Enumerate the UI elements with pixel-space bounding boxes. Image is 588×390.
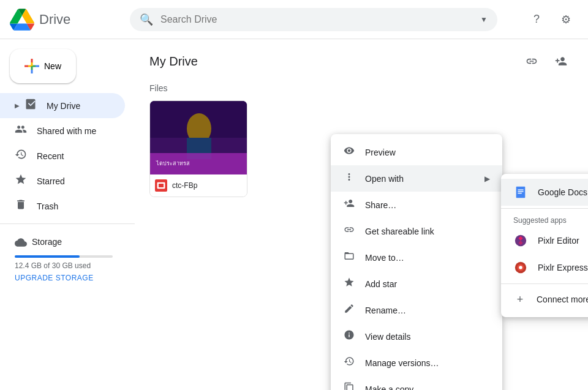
context-menu-preview[interactable]: Preview xyxy=(331,139,502,165)
search-bar[interactable]: 🔍 ▼ xyxy=(130,8,497,31)
sidebar-item-label: My Drive xyxy=(47,101,80,111)
submenu-connect-apps[interactable]: + Connect more apps xyxy=(501,287,588,312)
context-menu-open-with[interactable]: Open with ▶ xyxy=(331,165,502,192)
preview-icon xyxy=(343,145,355,159)
submenu-pixlr-editor[interactable]: Pixlr Editor xyxy=(501,227,588,254)
starred-icon xyxy=(15,173,27,189)
app-title: Drive xyxy=(39,12,70,28)
sidebar-item-recent[interactable]: Recent xyxy=(0,143,125,168)
search-icon: 🔍 xyxy=(140,13,153,26)
pixlr-editor-icon xyxy=(513,233,528,248)
sidebar-item-label: Recent xyxy=(37,151,64,161)
submenu-divider-2 xyxy=(501,283,588,284)
new-plus-icon xyxy=(24,59,39,73)
sidebar-item-label: Shared with me xyxy=(37,126,96,136)
context-menu-preview-label: Preview xyxy=(365,148,396,157)
move-to-icon xyxy=(343,250,355,264)
sidebar: New ▶ My Drive Shared with me Recen xyxy=(0,39,135,390)
storage-section: Storage 12.4 GB of 30 GB used UPGRADE ST… xyxy=(0,229,135,290)
svg-point-13 xyxy=(519,266,522,269)
context-menu-view-details[interactable]: View details xyxy=(331,323,502,350)
pixlr-express-icon xyxy=(513,260,528,275)
file-thumbnail: ไดประสาทรส xyxy=(150,101,247,174)
context-menu-share[interactable]: Share… xyxy=(331,192,502,218)
sidebar-divider xyxy=(0,223,135,224)
content-area: My Drive Files xyxy=(135,39,588,390)
context-menu-copy-label: Make a copy xyxy=(365,384,413,391)
svg-rect-9 xyxy=(518,193,521,193)
context-menu-link-label: Get shareable link xyxy=(365,227,434,236)
storage-cloud-icon xyxy=(15,236,27,252)
context-menu-manage-versions[interactable]: Manage versions… xyxy=(331,350,502,376)
rename-icon xyxy=(343,303,355,317)
recent-icon xyxy=(15,148,27,163)
search-input[interactable] xyxy=(160,14,473,25)
submenu-google-docs[interactable]: Google Docs xyxy=(501,179,588,206)
drive-logo-icon xyxy=(10,7,34,32)
sidebar-item-label: Trash xyxy=(37,201,58,211)
context-menu-shareable-link[interactable]: Get shareable link xyxy=(331,218,502,244)
trash-icon xyxy=(15,198,27,214)
context-menu-versions-label: Manage versions… xyxy=(365,358,439,368)
connect-apps-label: Connect more apps xyxy=(537,294,588,304)
google-docs-icon xyxy=(513,185,528,200)
context-menu-share-label: Share… xyxy=(365,200,396,210)
context-menu-make-copy[interactable]: Make a copy xyxy=(331,376,502,390)
add-person-button[interactable] xyxy=(549,49,573,73)
open-with-icon xyxy=(343,171,355,186)
context-menu-move-to[interactable]: Move to… xyxy=(331,244,502,271)
file-info: ctc-FBp xyxy=(150,174,247,197)
pixlr-editor-label: Pixlr Editor xyxy=(538,236,579,246)
share-link-button[interactable] xyxy=(519,49,544,73)
file-card[interactable]: ไดประสาทรส ctc-FBp xyxy=(149,100,247,197)
search-dropdown-icon[interactable]: ▼ xyxy=(480,15,488,24)
sidebar-item-starred[interactable]: Starred xyxy=(0,168,125,193)
logo-area: Drive xyxy=(10,7,120,32)
settings-button[interactable]: ⚙ xyxy=(554,7,578,32)
svg-text:ไดประสาทรส: ไดประสาทรส xyxy=(156,160,190,167)
upgrade-storage-button[interactable]: UPGRADE STORAGE xyxy=(15,274,120,282)
context-menu-details-label: View details xyxy=(365,332,410,342)
storage-bar-background xyxy=(15,255,113,258)
context-menu-add-star[interactable]: Add star xyxy=(331,271,502,297)
help-button[interactable]: ? xyxy=(524,7,549,32)
my-drive-icon xyxy=(24,98,37,113)
shared-icon xyxy=(15,123,27,138)
sidebar-item-trash[interactable]: Trash xyxy=(0,193,125,219)
new-button[interactable]: New xyxy=(10,49,76,83)
sidebar-item-my-drive[interactable]: ▶ My Drive xyxy=(0,93,125,118)
topbar-actions: ? ⚙ xyxy=(524,7,578,32)
suggested-apps-label: Suggested apps xyxy=(501,211,588,227)
sidebar-item-label: Starred xyxy=(37,176,65,186)
svg-rect-6 xyxy=(516,187,526,198)
main-layout: New ▶ My Drive Shared with me Recen xyxy=(0,39,588,390)
new-button-label: New xyxy=(44,61,61,71)
context-menu-rename[interactable]: Rename… xyxy=(331,297,502,323)
share-icon xyxy=(343,198,355,212)
storage-used-text: 12.4 GB of 30 GB used xyxy=(15,261,120,270)
sidebar-nav: ▶ My Drive Shared with me Recent xyxy=(0,93,135,219)
context-menu-rename-label: Rename… xyxy=(365,306,406,315)
context-menu: Preview Open with ▶ Share… Get shareabl xyxy=(331,134,502,390)
shareable-link-icon xyxy=(343,224,355,238)
make-copy-icon xyxy=(343,382,355,390)
section-label: Files xyxy=(149,83,573,93)
svg-rect-8 xyxy=(518,191,523,192)
pixlr-express-label: Pixlr Express xyxy=(538,263,588,272)
context-menu-open-with-label: Open with xyxy=(365,174,404,184)
sidebar-item-shared-with-me[interactable]: Shared with me xyxy=(0,118,125,143)
context-menu-move-label: Move to… xyxy=(365,253,404,263)
submenu-pixlr-express[interactable]: Pixlr Express xyxy=(501,254,588,281)
content-header: My Drive xyxy=(149,49,573,73)
svg-rect-7 xyxy=(518,189,523,190)
add-star-icon xyxy=(343,277,355,291)
manage-versions-icon xyxy=(343,356,355,370)
expand-icon: ▶ xyxy=(15,102,20,109)
open-with-arrow-icon: ▶ xyxy=(484,174,490,183)
view-details-icon xyxy=(343,329,355,343)
topbar: Drive 🔍 ▼ ? ⚙ xyxy=(0,0,588,39)
file-type-icon xyxy=(155,179,167,192)
page-title: My Drive xyxy=(149,54,198,69)
file-name: ctc-FBp xyxy=(172,181,197,190)
submenu-divider xyxy=(501,208,588,209)
